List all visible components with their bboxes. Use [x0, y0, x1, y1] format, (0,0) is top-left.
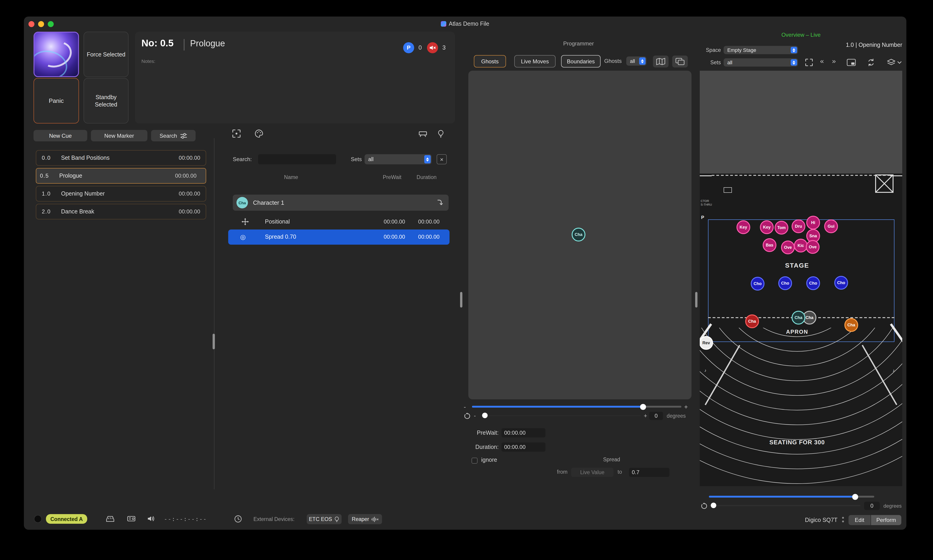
edit-mode-button[interactable]: Edit	[848, 515, 871, 525]
to-value-input[interactable]: 0.7	[629, 468, 670, 477]
detail-search-input[interactable]	[258, 154, 336, 164]
tab-boundaries[interactable]: Boundaries	[561, 55, 600, 68]
palette-button[interactable]	[254, 129, 264, 138]
cue-part-row-positional[interactable]: Positional 00:00.00 00:00.00	[233, 214, 449, 229]
selection-frame-button[interactable]	[231, 129, 242, 138]
program-badge[interactable]: P	[403, 42, 414, 53]
new-cue-button[interactable]: New Cue	[34, 130, 87, 142]
stage-node-cha[interactable]: Cha	[745, 314, 759, 328]
stage-node-ove[interactable]: Ove	[781, 240, 795, 254]
overview-rotation-slider[interactable]	[709, 505, 861, 506]
stage-node-cho[interactable]: Cho	[751, 277, 765, 291]
aisle-marker-right: ♪	[893, 368, 895, 373]
chevron-down-icon[interactable]	[897, 61, 902, 64]
slider-thumb[interactable]	[852, 494, 858, 500]
rotation-thumb[interactable]	[482, 413, 488, 418]
collapse-right-icon[interactable]: »	[832, 57, 836, 65]
console-a-icon[interactable]	[106, 515, 115, 522]
stage-node-bas[interactable]: Bas	[763, 238, 776, 252]
stage-node-drum[interactable]: Dru	[791, 219, 805, 233]
stage-node-kic[interactable]: Kic	[794, 239, 808, 252]
lamp-button[interactable]	[436, 129, 445, 138]
slider-plus[interactable]: +	[684, 403, 688, 410]
slider-minus[interactable]: -	[464, 403, 466, 410]
panic-button[interactable]: Panic	[34, 78, 79, 123]
stage-node-cha-selected[interactable]: Cha	[791, 311, 805, 325]
layers-button[interactable]	[887, 59, 895, 66]
stage-node-cho[interactable]: Cho	[834, 276, 848, 290]
rotation-thumb[interactable]	[711, 503, 716, 508]
prewait-input[interactable]: 00:00.00	[501, 428, 545, 437]
show-artwork[interactable]	[34, 32, 79, 77]
rotation-minus[interactable]: -	[474, 412, 476, 419]
cue-row-selected[interactable]: 0.5 Prologue 00:00.00	[36, 168, 206, 184]
stage-node-cho[interactable]: Cho	[806, 276, 820, 290]
cue-row[interactable]: 0.0 Set Band Positions 00:00.00	[36, 150, 206, 166]
cue-row[interactable]: 2.0 Dance Break 00:00.00	[36, 204, 206, 219]
programmer-canvas[interactable]: Cha	[468, 71, 691, 399]
cue-row[interactable]: 1.0 Opening Number 00:00.00	[36, 186, 206, 202]
sets-select[interactable]: all	[724, 58, 798, 66]
map-view-button[interactable]	[653, 55, 668, 68]
canvas-node-cha[interactable]: Cha	[572, 228, 585, 242]
space-select[interactable]: Empty Stage	[724, 46, 798, 54]
cue-part-row-spread-selected[interactable]: ◎ Spread 0.70 00:00.00 00:00.00	[228, 229, 450, 245]
from-value-input[interactable]: Live Value	[571, 468, 613, 477]
fit-view-button[interactable]	[804, 58, 814, 67]
rotation-value-input[interactable]: 0	[649, 412, 663, 420]
bulb-icon	[334, 516, 339, 522]
console-b-icon[interactable]	[127, 515, 136, 522]
cycle-icon	[867, 58, 875, 66]
pane-splitter-right[interactable]	[695, 292, 697, 308]
collapse-left-icon[interactable]: «	[820, 57, 824, 65]
program-count: 0	[416, 42, 424, 53]
reaper-button[interactable]: Reaper	[348, 514, 382, 524]
character-group-row[interactable]: Cha Character 1	[233, 195, 449, 211]
connection-status-badge[interactable]: Connected A	[46, 514, 87, 524]
stage-node-ove[interactable]: Ove	[806, 240, 820, 254]
new-marker-button[interactable]: New Marker	[91, 130, 148, 142]
pane-splitter-left[interactable]	[460, 292, 462, 308]
tab-ghosts[interactable]: Ghosts	[474, 55, 506, 68]
record-indicator[interactable]	[34, 515, 42, 523]
corner-label: P	[701, 215, 704, 220]
cue-list-scroll-handle[interactable]	[212, 334, 215, 349]
slider-thumb[interactable]	[640, 404, 646, 410]
rotation-slider[interactable]	[481, 415, 641, 416]
search-button[interactable]: Search	[151, 130, 196, 142]
cycle-view-button[interactable]	[867, 58, 875, 66]
force-selected-button[interactable]: Force Selected	[83, 32, 129, 77]
media-view-button[interactable]	[672, 55, 688, 68]
stage-node-rev[interactable]: Rev	[700, 336, 713, 350]
expand-group-icon[interactable]	[436, 199, 443, 206]
cue-row-time: 00:00.00	[179, 208, 200, 215]
clear-search-button[interactable]: ×	[437, 154, 447, 164]
duration-input[interactable]: 00:00.00	[501, 443, 545, 452]
stage-node-key[interactable]: Key	[736, 220, 750, 234]
ignore-checkbox[interactable]	[471, 458, 477, 464]
overview-spread-slider[interactable]	[709, 496, 874, 498]
rotation-plus[interactable]: +	[644, 412, 647, 419]
stage-node-hi[interactable]: Hi	[806, 216, 820, 229]
stage-node-cho[interactable]: Cho	[778, 276, 792, 290]
mute-badge[interactable]	[427, 42, 438, 53]
etc-eos-button[interactable]: ETC EOS	[307, 514, 342, 524]
detail-sets-select[interactable]: all	[365, 154, 432, 164]
stage-node-gui[interactable]: Gui	[824, 219, 838, 233]
stage-node-tom[interactable]: Tom	[774, 221, 788, 235]
spread-slider[interactable]	[472, 406, 681, 408]
perform-mode-button[interactable]: Perform	[871, 515, 901, 525]
truss-button[interactable]	[418, 129, 428, 139]
standby-selected-button[interactable]: Standby Selected	[83, 78, 129, 123]
overview-rotation-input[interactable]: 0	[864, 502, 880, 510]
stage-node-cha[interactable]: Cha	[844, 318, 858, 332]
seating-label: SEATING FOR 300	[742, 439, 852, 446]
audio-output-icon[interactable]	[147, 515, 155, 522]
pip-view-button[interactable]	[847, 59, 856, 66]
clock-icon[interactable]	[234, 515, 242, 523]
stage-map[interactable]: CTORS-THRU P STAGE APRON ♪ ♪ SEATING F	[700, 71, 902, 486]
ghosts-filter-select[interactable]: all	[626, 57, 647, 66]
overview-mode-label: Overview – Live	[740, 32, 862, 38]
stage-node-key[interactable]: Key	[760, 220, 774, 234]
tab-live-moves[interactable]: Live Moves	[514, 55, 556, 68]
